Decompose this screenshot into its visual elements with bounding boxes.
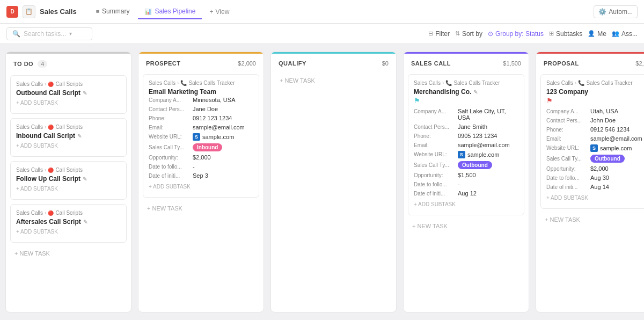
new-task-btn-qualify[interactable]: + NEW TASK [275, 74, 392, 87]
detail-row-opportunity: Opportunity: $2,000 [149, 154, 253, 161]
phone-icon: 📞 [180, 80, 187, 86]
detail-row-contact: Contact Pers... John Doe [546, 117, 644, 123]
website-value: S sample.com [590, 144, 632, 152]
me-button[interactable]: 👤 Me [588, 30, 606, 38]
s-logo-icon: S [590, 144, 598, 152]
badge-inbound: Inbound [193, 143, 222, 151]
filter-icon: ⊟ [428, 30, 433, 37]
column-body-proposal: Sales Calls › 📞 Sales Calls Tracker 123 … [536, 72, 644, 312]
detail-row-phone: Phone: 0905 123 1234 [414, 133, 518, 139]
detail-row-website: Website URL: S sample.com [546, 144, 644, 152]
card-aftersales-call-script[interactable]: Sales Calls › 🔴 Call Scripts Aftersales … [10, 204, 127, 243]
add-subtask-btn[interactable]: + ADD SUBTASK [546, 193, 644, 203]
col-amount-prospect: $2,000 [238, 60, 256, 67]
call-scripts-icon-1: 🔴 [48, 125, 54, 130]
filter-button[interactable]: ⊟ Filter [428, 30, 450, 38]
detail-row-contact: Contact Pers... Jane Doe [149, 106, 253, 112]
breadcrumb: Sales Calls › 📞 Sales Calls Tracker [149, 80, 253, 86]
column-body-salescall: Sales Calls › 📞 Sales Calls Tracker Merc… [404, 72, 529, 312]
detail-row-website: Website URL: S sample.com [414, 151, 518, 158]
tab-summary[interactable]: ≡ Summary [90, 4, 136, 19]
call-scripts-icon-3: 🔴 [48, 210, 54, 216]
new-task-btn-prospect[interactable]: + NEW TASK [143, 202, 259, 215]
column-header-proposal: PROPOSAL $2,000 [536, 52, 644, 72]
col-title-todo: TO DO [13, 61, 33, 67]
app-icon: D [6, 6, 18, 18]
card-title: Email Marketing Team [149, 88, 253, 96]
breadcrumb: Sales Calls › 🔴 Call Scripts [16, 81, 121, 87]
new-task-btn-todo[interactable]: + NEW TASK [10, 247, 127, 260]
column-proposal: PROPOSAL $2,000 Sales Calls › 📞 Sales Ca… [536, 52, 644, 312]
automation-button[interactable]: ⚙️ Autom... [594, 5, 638, 18]
add-subtask-btn[interactable]: + ADD SUBTASK [414, 199, 518, 209]
detail-row-opportunity: Opportunity: $1,500 [414, 172, 518, 178]
sort-button[interactable]: ⇅ Sort by [455, 30, 482, 38]
card-title: Follow Up Call Script ✎ [16, 175, 121, 183]
breadcrumb: Sales Calls › 🔴 Call Scripts [16, 167, 121, 173]
add-subtask-btn[interactable]: + ADD SUBTASK [16, 98, 121, 108]
subtasks-button[interactable]: ⊞ Subtasks [549, 30, 582, 38]
breadcrumb: Sales Calls › 📞 Sales Calls Tracker [414, 80, 518, 86]
phone-icon: 📞 [578, 80, 584, 86]
s-logo-icon: S [458, 151, 465, 158]
col-title-qualify: QUALIFY [279, 60, 306, 67]
edit-icon: ✎ [77, 133, 82, 139]
top-bar-right: ⚙️ Autom... [594, 5, 638, 18]
card-followup-call-script[interactable]: Sales Calls › 🔴 Call Scripts Follow Up C… [10, 161, 127, 200]
detail-row-email: Email: sample@email.com [149, 124, 253, 130]
breadcrumb: Sales Calls › 🔴 Call Scripts [16, 124, 121, 130]
card-email-marketing-team[interactable]: Sales Calls › 📞 Sales Calls Tracker Emai… [143, 74, 259, 198]
column-header-prospect: PROSPECT $2,000 [138, 52, 264, 72]
card-title: Aftersales Call Script ✎ [16, 218, 121, 226]
column-body-prospect: Sales Calls › 📞 Sales Calls Tracker Emai… [138, 72, 264, 312]
edit-icon: ✎ [83, 90, 87, 96]
card-title: 123 Company [546, 88, 644, 96]
plus-icon: + [209, 8, 213, 16]
card-merchandising-co[interactable]: Sales Calls › 📞 Sales Calls Tracker Merc… [408, 74, 524, 215]
card-title: Outbound Call Script ✎ [16, 89, 121, 97]
edit-icon: ✎ [473, 89, 478, 95]
toolbar-right: ⊟ Filter ⇅ Sort by ⊙ Group by: Status ⊞ … [428, 30, 638, 38]
kanban-board: TO DO 4 Sales Calls › 🔴 Call Scripts Out… [0, 44, 644, 320]
top-bar: D 📋 Sales Calls ≡ Summary 📊 Sales Pipeli… [0, 0, 644, 24]
detail-row-date-init: Date of initi... Sep 3 [149, 172, 253, 179]
new-task-btn-salescall[interactable]: + NEW TASK [408, 220, 524, 232]
col-amount-proposal: $2,000 [635, 60, 644, 67]
tab-add-view[interactable]: + View [204, 5, 235, 19]
detail-row-website: Website URL: S sample.com [149, 133, 253, 141]
group-by-button[interactable]: ⊙ Group by: Status [488, 30, 544, 38]
summary-icon: ≡ [96, 8, 99, 14]
add-subtask-btn[interactable]: + ADD SUBTASK [149, 181, 253, 192]
detail-row-company: Company A... Minnesota, USA [149, 97, 253, 103]
new-task-btn-proposal[interactable]: + NEW TASK [540, 213, 644, 226]
search-box[interactable]: 🔍 Search tasks... ▾ [6, 27, 92, 40]
column-header-salescall: SALES CALL $1,500 [404, 52, 529, 72]
detail-row-call-type: Sales Call Ty... Inbound [149, 143, 253, 151]
column-header-qualify: QUALIFY $0 [271, 52, 396, 72]
detail-row-phone: Phone: 0912 546 1234 [546, 126, 644, 133]
column-todo: TO DO 4 Sales Calls › 🔴 Call Scripts Out… [5, 52, 131, 312]
flag-red-icon: ⚑ [546, 97, 553, 105]
add-subtask-btn[interactable]: + ADD SUBTASK [16, 184, 121, 194]
column-body-todo: Sales Calls › 🔴 Call Scripts Outbound Ca… [6, 73, 131, 312]
col-amount-salescall: $1,500 [503, 60, 521, 67]
column-header-todo: TO DO 4 [6, 52, 131, 73]
detail-row-date-follow: Date to follo... - [149, 163, 253, 170]
detail-row-email: Email: sample@email.com [546, 135, 644, 142]
badge-outbound: Outbound [458, 161, 492, 169]
card-inbound-call-script[interactable]: Sales Calls › 🔴 Call Scripts Inbound Cal… [10, 118, 127, 157]
toolbar: 🔍 Search tasks... ▾ ⊟ Filter ⇅ Sort by ⊙… [0, 24, 644, 44]
detail-row-company: Company A... Utah, USA [546, 108, 644, 114]
col-title-salescall: SALES CALL [411, 60, 451, 67]
add-subtask-btn[interactable]: + ADD SUBTASK [16, 227, 121, 237]
search-icon: 🔍 [12, 30, 20, 38]
website-value: S sample.com [458, 151, 499, 158]
add-subtask-btn[interactable]: + ADD SUBTASK [16, 141, 121, 151]
tab-sales-pipeline[interactable]: 📊 Sales Pipeline [138, 4, 202, 19]
card-123-company[interactable]: Sales Calls › 📞 Sales Calls Tracker 123 … [540, 74, 644, 209]
call-scripts-icon-0: 🔴 [48, 82, 54, 87]
detail-row-opportunity: Opportunity: $2,000 [546, 165, 644, 172]
assign-button[interactable]: 👥 Ass... [612, 30, 638, 38]
detail-row-date-follow: Date to follo... Aug 30 [546, 174, 644, 181]
card-outbound-call-script[interactable]: Sales Calls › 🔴 Call Scripts Outbound Ca… [10, 75, 127, 114]
